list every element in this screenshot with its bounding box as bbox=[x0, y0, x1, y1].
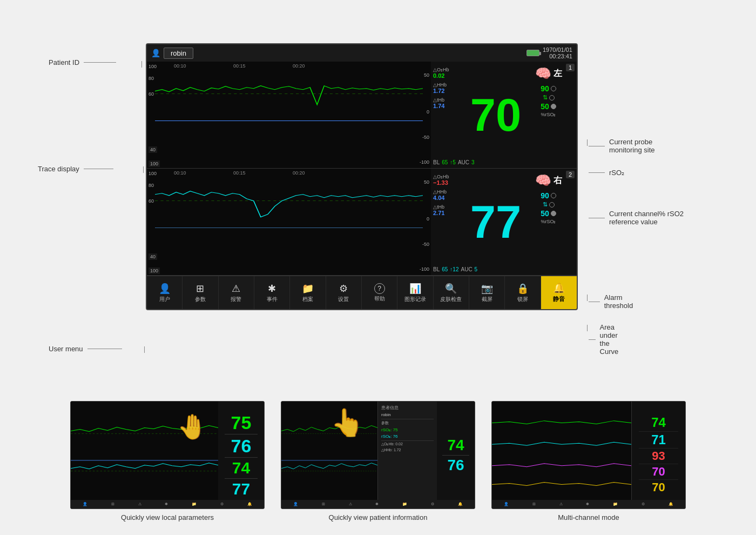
rscale-0-1: 0 bbox=[427, 109, 429, 115]
monitor: 👤 robin 1970/01/01 00:23:41 100 80 60 00… bbox=[146, 43, 578, 310]
thumb-1[interactable]: 🤚 75 76 74 77 👤 ⊞ ⚠ ✱ 📁 ⚙ bbox=[70, 401, 265, 509]
arrows-2: ⇅ bbox=[543, 201, 548, 208]
circle-1b[interactable] bbox=[549, 95, 555, 101]
bottom-box-2: 100 bbox=[148, 268, 160, 274]
patient-icon: 👤 bbox=[151, 49, 160, 57]
menu-item-settings[interactable]: ⚙ 设置 bbox=[326, 276, 362, 310]
circle-2b[interactable] bbox=[549, 202, 555, 208]
menu-item-help[interactable]: ? 帮助 bbox=[362, 276, 397, 310]
annotation-current-probe: Current probe monitoring site bbox=[589, 138, 655, 154]
alarm-label: 报警 bbox=[231, 296, 241, 303]
screenshot-label: 截屏 bbox=[482, 296, 492, 303]
menu-bar: 👤 用户 ⊞ 参数 ⚠ 报警 ✱ 事件 📁 档案 ⚙ 设置 bbox=[147, 276, 577, 309]
rscale-50-1: 50 bbox=[424, 72, 429, 78]
trace-section-1[interactable]: 100 80 60 00:10 00:15 00:20 50 0 -50 -10… bbox=[147, 62, 431, 168]
annotation-trace-display: Trace display bbox=[38, 165, 113, 173]
help-icon: ? bbox=[374, 283, 385, 294]
trace-section-2[interactable]: 100 80 60 00:10 00:15 00:20 50 0 -50 -10… bbox=[147, 169, 431, 275]
settings-icon: ⚙ bbox=[339, 283, 348, 295]
big-number-1: 70 bbox=[471, 62, 520, 168]
channel-1: 100 80 60 00:10 00:15 00:20 50 0 -50 -10… bbox=[147, 62, 577, 169]
archive-label: 档案 bbox=[302, 296, 313, 303]
bottom-box-1: 100 bbox=[148, 160, 160, 167]
bl-arrow-2: ↑12 bbox=[450, 266, 458, 272]
params-col-1: △O₂Hb 0.02 △HHb 1.72 △tHb 1.74 bbox=[431, 62, 471, 168]
datetime-area: 1970/01/01 00:23:41 bbox=[526, 46, 572, 59]
rsо2-50-2: 50 bbox=[541, 209, 549, 218]
params-label: 参数 bbox=[195, 296, 206, 303]
scale-60-2: 60 bbox=[148, 198, 154, 204]
menu-item-user[interactable]: 👤 用户 bbox=[147, 276, 183, 310]
rsо2-90-2: 90 bbox=[541, 191, 549, 200]
auc-num-1: 3 bbox=[471, 159, 475, 165]
screenshot-3: 74 71 93 70 70 👤 ⊞ ⚠ ✱ 📁 ⚙ 🔔 bbox=[491, 401, 686, 521]
auc-num-2: 5 bbox=[475, 266, 478, 272]
circle-1c[interactable] bbox=[551, 104, 556, 109]
alarm-mute-label: 静音 bbox=[553, 295, 565, 303]
annotation-channel-ref: Current channel% rSO2 reference value bbox=[589, 210, 684, 226]
annotation-rso2: rSO₂ bbox=[589, 169, 624, 177]
rsо2-90-1: 90 bbox=[541, 84, 549, 93]
chart-label: 图形记录 bbox=[404, 296, 426, 303]
param-thb-1: △tHb 1.74 bbox=[433, 97, 469, 109]
screenshot-2: 👆 患者信息 robin 参数 rSO₂: 75 rSO₂: 76 △O₂Hb:… bbox=[281, 401, 475, 521]
menu-item-screenshot[interactable]: 📷 截屏 bbox=[469, 276, 505, 310]
battery-icon bbox=[526, 50, 539, 56]
param-hhb-1: △HHb 1.72 bbox=[433, 82, 469, 94]
alarm-mute-icon: 🔔 bbox=[553, 282, 565, 294]
bottom-box-2b: 40 bbox=[148, 253, 157, 260]
circle-2a[interactable] bbox=[551, 193, 556, 198]
annotation-patient-id-text: Patient ID bbox=[49, 58, 79, 66]
annotation-auc-text: Area under the Curve bbox=[600, 323, 628, 356]
annotation-channel-ref-text: Current channel% rSO2 reference value bbox=[609, 210, 684, 226]
rsо2-unit-2: %rSO₂ bbox=[541, 219, 556, 224]
bottom-box-1b: 40 bbox=[148, 146, 157, 153]
rscale-0-2: 0 bbox=[427, 216, 429, 222]
bl-num-1: 65 bbox=[442, 159, 448, 165]
annotation-patient-id: Patient ID bbox=[49, 58, 116, 66]
circle-1a[interactable] bbox=[551, 86, 556, 91]
params-icon: ⊞ bbox=[196, 283, 204, 295]
right-panel-2: △O₂Hb −1.33 △HHb 4.04 △tHb 2.71 77 bbox=[431, 169, 577, 275]
menu-item-alarm[interactable]: ⚠ 报警 bbox=[219, 276, 254, 310]
annotation-alarm-text: Alarm threshold bbox=[604, 293, 638, 310]
menu-item-params[interactable]: ⊞ 参数 bbox=[183, 276, 218, 310]
annotation-auc: Area under the Curve bbox=[589, 323, 628, 356]
thumb-2[interactable]: 👆 患者信息 robin 参数 rSO₂: 75 rSO₂: 76 △O₂Hb:… bbox=[281, 401, 475, 509]
rsо2-50-1: 50 bbox=[541, 102, 549, 111]
screenshot-2-label: Quickly view patient information bbox=[329, 513, 428, 521]
bl-prefix-1: BL bbox=[433, 159, 440, 165]
scale-60-1: 60 bbox=[148, 91, 154, 97]
archive-icon: 📁 bbox=[302, 283, 314, 295]
menu-item-lock[interactable]: 🔒 锁屏 bbox=[505, 276, 541, 310]
menu-item-skin[interactable]: 🔍 皮肤检查 bbox=[434, 276, 469, 310]
circle-2c[interactable] bbox=[551, 211, 556, 216]
channel-2: 100 80 60 00:10 00:15 00:20 50 0 -50 -10… bbox=[147, 169, 577, 276]
channel-num-2: 2 bbox=[566, 171, 575, 178]
help-label: 帮助 bbox=[374, 295, 385, 303]
param-hhb-2: △HHb 4.04 bbox=[433, 189, 469, 201]
annotation-user-menu-text: User menu bbox=[49, 345, 83, 353]
probe-side-1: 左 bbox=[554, 68, 562, 79]
patient-name-box[interactable]: robin bbox=[164, 48, 193, 59]
menu-item-archive[interactable]: 📁 档案 bbox=[290, 276, 326, 310]
params-col-2: △O₂Hb −1.33 △HHb 4.04 △tHb 2.71 bbox=[431, 169, 471, 275]
alarm-mute-button[interactable]: 🔔 静音 bbox=[541, 276, 577, 310]
annotation-user-menu: User menu bbox=[49, 345, 122, 353]
lock-icon: 🔒 bbox=[517, 283, 529, 295]
thumb-3[interactable]: 74 71 93 70 70 👤 ⊞ ⚠ ✱ 📁 ⚙ 🔔 bbox=[491, 401, 686, 509]
param-thb-2: △tHb 2.71 bbox=[433, 204, 469, 216]
menu-item-event[interactable]: ✱ 事件 bbox=[254, 276, 290, 310]
chart-icon: 📊 bbox=[409, 283, 421, 295]
brain-icon-1: 🧠 bbox=[535, 66, 551, 81]
right-panel-1: △O₂Hb 0.02 △HHb 1.72 △tHb 1.74 70 bbox=[431, 62, 577, 168]
param-o2hb-1: △O₂Hb 0.02 bbox=[433, 67, 469, 79]
user-icon: 👤 bbox=[159, 283, 171, 295]
probe-col-2: 🧠 右 90 ⇅ 50 %rSO₂ bbox=[520, 169, 577, 275]
menu-item-chart[interactable]: 📊 图形记录 bbox=[397, 276, 433, 310]
patient-area: 👤 robin bbox=[151, 48, 193, 59]
auc-prefix-2: AUC bbox=[461, 266, 472, 272]
bl-num-2: 65 bbox=[442, 266, 448, 272]
screenshot-icon: 📷 bbox=[481, 283, 493, 295]
monitor-container: Patient ID Trace display User menu Curre… bbox=[146, 43, 578, 310]
